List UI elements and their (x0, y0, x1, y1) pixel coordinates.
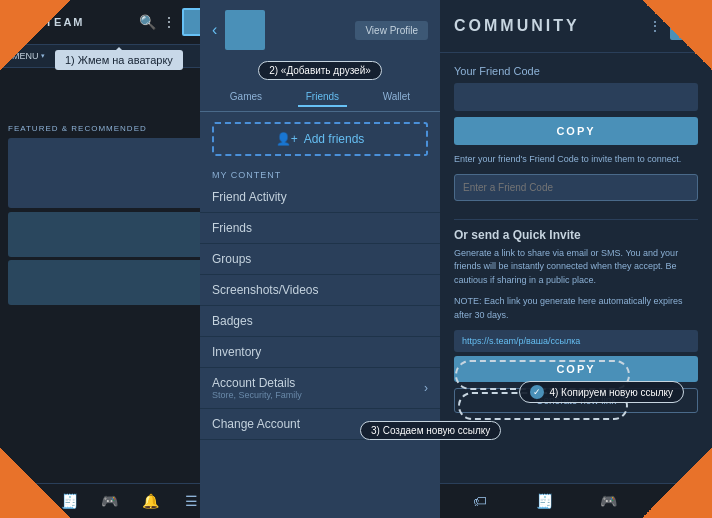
copy-button-1[interactable]: COPY (454, 117, 698, 145)
tab-friends[interactable]: Friends (298, 88, 347, 107)
my-content-label: MY CONTENT (200, 166, 440, 182)
check-circle-icon: ✓ (530, 385, 544, 399)
note-text: NOTE: Each link you generate here automa… (454, 295, 698, 322)
quick-invite-label: Or send a Quick Invite (454, 228, 698, 242)
gift-ribbon-bottom-left (0, 448, 70, 518)
featured-card-main (8, 138, 212, 208)
view-profile-button[interactable]: View Profile (355, 21, 428, 40)
nav-menu-icon[interactable]: ☰ (183, 492, 201, 510)
add-friends-button[interactable]: 👤+ Add friends (212, 122, 428, 156)
quick-invite-text: Generate a link to share via email or SM… (454, 247, 698, 288)
chevron-right-icon: › (424, 381, 428, 395)
featured-card-small-1 (8, 212, 212, 257)
right-panel: COMMUNITY ⋮ Your Friend Code COPY Enter … (440, 0, 712, 518)
featured-label: FEATURED & RECOMMENDED (8, 124, 212, 133)
search-icon[interactable]: 🔍 (139, 14, 156, 30)
featured-card-small-2 (8, 260, 212, 305)
steam-left-panel: ⊙ STEAM 🔍 ⋮ MENU ▾ WISHLIST WALLET 1) Жм… (0, 0, 220, 518)
right-nav-tag-icon[interactable]: 🏷 (471, 492, 489, 510)
community-title: COMMUNITY (454, 17, 580, 35)
menu-item-groups[interactable]: Groups (200, 244, 440, 275)
back-button[interactable]: ‹ (212, 21, 217, 39)
menu-item-inventory[interactable]: Inventory (200, 337, 440, 368)
link-display: https://s.team/p/ваша/ссылка (454, 330, 698, 352)
right-nav-receipt-icon[interactable]: 🧾 (535, 492, 553, 510)
tab-games[interactable]: Games (222, 88, 270, 107)
menu-item-friends[interactable]: Friends (200, 213, 440, 244)
menu-item-friend-activity[interactable]: Friend Activity (200, 182, 440, 213)
profile-avatar (225, 10, 265, 50)
center-tabs: Games Friends Wallet (200, 84, 440, 112)
center-panel-header: ‹ View Profile (200, 0, 440, 60)
hint-text: Enter your friend's Friend Code to invit… (454, 153, 698, 166)
center-panel: ‹ View Profile 2) «Добавить друзей» Game… (200, 0, 440, 518)
more-options-icon[interactable]: ⋮ (162, 14, 176, 30)
gift-ribbon-top-right (642, 0, 712, 70)
friend-code-input[interactable] (454, 83, 698, 111)
right-nav-controller-icon[interactable]: 🎮 (599, 492, 617, 510)
nav-controller-icon[interactable]: 🎮 (101, 492, 119, 510)
menu-list: Friend Activity Friends Groups Screensho… (200, 182, 440, 518)
tooltip-add-friends: 2) «Добавить друзей» (258, 61, 382, 80)
divider (454, 219, 698, 220)
menu-item-screenshots-videos[interactable]: Screenshots/Videos (200, 275, 440, 306)
menu-item-account-details[interactable]: Account Details Store, Security, Family … (200, 368, 440, 409)
tooltip-click-avatar: 1) Жмем на аватарку (55, 50, 183, 70)
callout-step3: 3) Создаем новую ссылку (360, 421, 501, 440)
menu-item-badges[interactable]: Badges (200, 306, 440, 337)
nav-bell-icon[interactable]: 🔔 (142, 492, 160, 510)
callout-step4: ✓ 4) Копируем новую ссылку (519, 381, 684, 403)
featured-section: FEATURED & RECOMMENDED (0, 118, 220, 314)
gift-ribbon-top-left (0, 0, 70, 70)
add-friends-icon: 👤+ (276, 132, 298, 146)
gift-ribbon-bottom-right (642, 448, 712, 518)
tab-wallet[interactable]: Wallet (375, 88, 418, 107)
enter-friend-code-input[interactable] (454, 174, 698, 201)
